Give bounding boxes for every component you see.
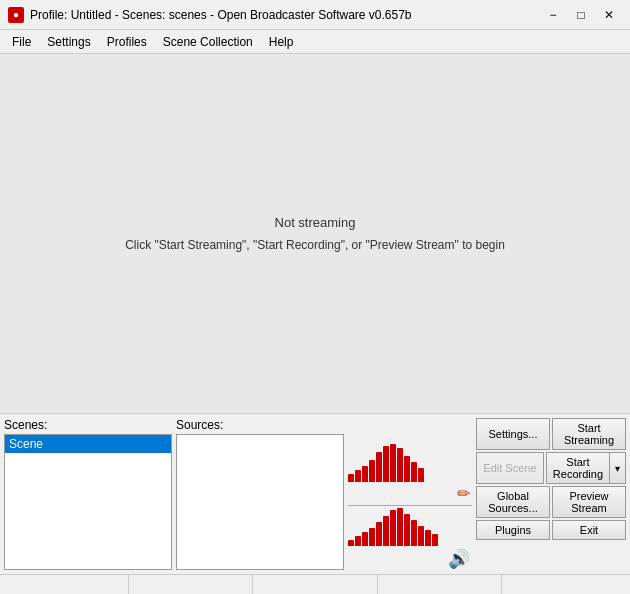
scenes-list[interactable]: Scene xyxy=(4,434,172,570)
menu-profiles[interactable]: Profiles xyxy=(99,30,155,53)
speaker-bar xyxy=(404,514,410,546)
status-seg-3 xyxy=(378,575,503,594)
mic-meter: ✏ xyxy=(348,444,472,503)
speaker-meter: 🔊 xyxy=(348,508,472,570)
speaker-bar xyxy=(383,516,389,546)
status-seg-2 xyxy=(253,575,378,594)
mic-bar xyxy=(411,462,417,482)
preview-stream-button[interactable]: Preview Stream xyxy=(552,486,626,518)
maximize-button[interactable]: □ xyxy=(568,5,594,25)
menu-scene-collection[interactable]: Scene Collection xyxy=(155,30,261,53)
settings-button[interactable]: Settings... xyxy=(476,418,550,450)
mic-icon: ✏ xyxy=(457,484,470,503)
status-bar xyxy=(0,574,630,594)
status-seg-0 xyxy=(4,575,129,594)
start-recording-split: Start Recording ▾ xyxy=(546,452,626,484)
mic-bar xyxy=(383,446,389,482)
bottom-panel: Scenes: Scene Sources: xyxy=(0,414,630,594)
sources-panel: Sources: xyxy=(176,418,344,570)
window-controls: − □ ✕ xyxy=(540,5,622,25)
status-seg-4 xyxy=(502,575,626,594)
window-title: Profile: Untitled - Scenes: scenes - Ope… xyxy=(30,8,540,22)
sources-label: Sources: xyxy=(176,418,344,432)
speaker-bar xyxy=(425,530,431,546)
mic-bar xyxy=(418,468,424,482)
mic-bar xyxy=(362,466,368,482)
mic-bar xyxy=(348,474,354,482)
plugins-button[interactable]: Plugins xyxy=(476,520,550,540)
menu-help[interactable]: Help xyxy=(261,30,302,53)
audio-display: ✏ xyxy=(348,418,472,570)
start-recording-dropdown[interactable]: ▾ xyxy=(610,452,626,484)
top-buttons-row: Settings... Start Streaming xyxy=(476,418,626,450)
speaker-bar xyxy=(348,540,354,546)
streaming-hint: Click "Start Streaming", "Start Recordin… xyxy=(125,238,505,252)
middle-area: ✏ xyxy=(344,414,472,574)
close-button[interactable]: ✕ xyxy=(596,5,622,25)
lower-buttons-row: Global Sources... Preview Stream xyxy=(476,486,626,518)
speaker-bar xyxy=(397,508,403,546)
mic-bar xyxy=(376,452,382,482)
app-icon: ● xyxy=(8,7,24,23)
status-seg-1 xyxy=(129,575,254,594)
left-panels: Scenes: Scene Sources: xyxy=(0,414,344,574)
middle-buttons-row: Edit Scene Start Recording ▾ xyxy=(476,452,626,484)
speaker-bar xyxy=(432,534,438,546)
global-sources-button[interactable]: Global Sources... xyxy=(476,486,550,518)
mic-bar xyxy=(404,456,410,482)
menu-file[interactable]: File xyxy=(4,30,39,53)
speaker-bar xyxy=(390,510,396,546)
exit-button[interactable]: Exit xyxy=(552,520,626,540)
start-streaming-button[interactable]: Start Streaming xyxy=(552,418,626,450)
speaker-bar xyxy=(362,532,368,546)
speaker-bar xyxy=(411,520,417,546)
edit-scene-button[interactable]: Edit Scene xyxy=(476,452,544,484)
mic-bar xyxy=(369,460,375,482)
speaker-bar xyxy=(376,522,382,546)
minimize-button[interactable]: − xyxy=(540,5,566,25)
menu-bar: File Settings Profiles Scene Collection … xyxy=(0,30,630,54)
mic-bar xyxy=(390,444,396,482)
speaker-bar xyxy=(418,526,424,546)
bottom-area: Scenes: Scene Sources: xyxy=(0,414,630,574)
start-recording-button[interactable]: Start Recording xyxy=(546,452,610,484)
menu-settings[interactable]: Settings xyxy=(39,30,98,53)
scene-item-0[interactable]: Scene xyxy=(5,435,171,453)
scenes-label: Scenes: xyxy=(4,418,172,432)
scenes-panel: Scenes: Scene xyxy=(4,418,172,570)
preview-area: Not streaming Click "Start Streaming", "… xyxy=(0,54,630,414)
sources-list[interactable] xyxy=(176,434,344,570)
speaker-bar xyxy=(355,536,361,546)
mic-bar xyxy=(397,448,403,482)
speaker-bar xyxy=(369,528,375,546)
speaker-icon: 🔊 xyxy=(448,548,470,570)
right-buttons: Settings... Start Streaming Edit Scene S… xyxy=(472,414,630,574)
bottom-buttons-row: Plugins Exit xyxy=(476,520,626,540)
mic-bar xyxy=(355,470,361,482)
title-bar: ● Profile: Untitled - Scenes: scenes - O… xyxy=(0,0,630,30)
streaming-status: Not streaming xyxy=(275,215,356,230)
